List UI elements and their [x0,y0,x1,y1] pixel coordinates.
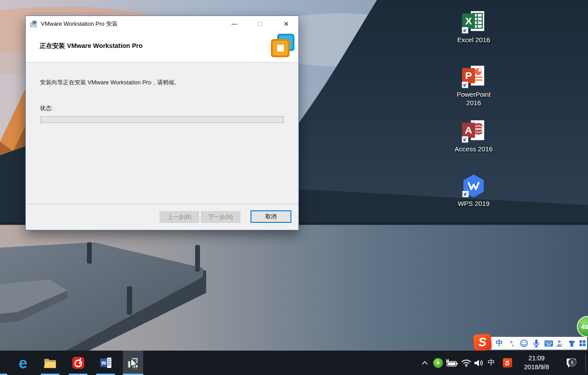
desktop-icon-label: Access 2016 [455,145,493,153]
taskbar-item-netease-music[interactable] [68,351,88,375]
install-status-sentence: 安装向导正在安装 VMware Workstation Pro，请稍候。 [40,79,180,87]
battery-icon [446,359,458,367]
tray-battery[interactable] [446,351,458,375]
action-center-button[interactable]: 6 [562,351,580,375]
microphone-icon [533,339,540,348]
tray-show-hidden-icons[interactable] [420,351,429,375]
file-explorer-icon [43,357,57,369]
taskbar-item-edge[interactable]: e [13,351,33,375]
desktop-icon-access-2016[interactable]: A Access 2016 [447,119,500,153]
sogou-emoji-button[interactable] [518,337,529,350]
sogou-punctuation-button[interactable]: °, [506,337,517,350]
desktop-icon-label: PowerPoint 2016 [457,90,491,107]
installer-dialog: VMware Workstation Pro 安装 — ✕ 正在安装 VMwar… [25,16,299,230]
desktop-icon-label: WPS 2019 [458,199,490,208]
desktop-icon-excel-2016[interactable]: X Excel 2016 [447,10,500,44]
access-icon: A [462,119,486,143]
sogou-tray-icon: S [503,358,512,367]
dialog-header: 正在安装 VMware Workstation Pro [26,32,298,63]
sogou-chinese-mode-button[interactable]: 中 [494,337,505,350]
desktop-icon-powerpoint-2016[interactable]: P PowerPoint 2016 [447,64,500,107]
sogou-keyboard-button[interactable] [543,337,554,350]
taskbar-item-file-explorer[interactable] [40,351,60,375]
dialog-heading: 正在安装 VMware Workstation Pro [39,42,143,50]
tray-network[interactable] [460,351,472,375]
minimize-button[interactable]: — [224,16,244,32]
installer-app-icon [30,20,38,28]
edge-icon: e [19,355,27,371]
powerpoint-icon: P [462,64,486,88]
netease-music-icon [72,356,85,369]
sogou-logo[interactable]: S [473,334,492,351]
word-icon: W [99,356,112,369]
svg-text:A: A [465,124,472,136]
maximize-icon [258,22,263,26]
svg-text:X: X [465,15,472,27]
wifi-icon [461,359,472,367]
ime-mode-glyph: 中 [488,358,495,367]
chevron-up-icon [421,361,428,365]
desktop: X Excel 2016 P PowerPoint 2016 [0,0,588,375]
excel-icon: X [462,10,486,34]
svg-text:P: P [465,70,472,81]
sogou-logo-letter: S [478,336,487,348]
maximize-button [250,16,270,32]
mouse-cursor [130,358,138,369]
footer-separator [26,204,298,204]
tray-volume[interactable] [473,351,485,375]
shirt-icon [568,339,576,347]
keyboard-icon [544,340,553,347]
speaker-icon [474,359,484,367]
taskbar: e [0,351,588,375]
sogou-account-button[interactable] [554,337,565,350]
tray-sogou[interactable]: S [502,351,512,375]
install-progress-bar [40,116,284,123]
360-safety-icon: + [433,358,443,368]
vmware-workstation-logo-icon [270,33,295,59]
speedup-percent: 48 [581,323,588,331]
status-label: 状态: [40,104,53,112]
desktop-icon-wps-2019[interactable]: WPS 2019 [447,174,500,208]
dialog-titlebar[interactable]: VMware Workstation Pro 安装 — ✕ [26,16,298,32]
sogou-skin-button[interactable] [566,337,577,350]
tray-input-indicator[interactable]: 中 [487,351,496,375]
emoji-icon [520,339,528,347]
notification-badge: 6 [568,358,576,367]
clock-date: 2018/9/8 [515,363,558,371]
dialog-title: VMware Workstation Pro 安装 [41,20,118,28]
grid-icon [579,339,586,347]
close-button[interactable]: ✕ [276,16,296,32]
desktop-icon-label: Excel 2016 [457,36,490,44]
svg-text:W: W [101,360,106,366]
sogou-voice-button[interactable] [531,337,541,350]
person-icon [556,339,564,347]
taskbar-clock[interactable]: 21:09 2018/9/8 [515,354,558,372]
show-desktop-divider[interactable] [585,354,586,372]
cancel-button[interactable]: 取消 [251,210,291,223]
next-button: 下一步(N) [201,211,240,223]
clock-time: 21:09 [515,354,558,363]
sogou-input-toolbar: 中 °, [487,337,587,350]
sogou-toolbox-button[interactable] [577,337,588,350]
wps-icon [462,174,486,197]
taskbar-item-word[interactable]: W [95,351,116,375]
tray-360-safety[interactable]: + [433,351,443,375]
back-button: 上一步(B) [160,211,199,223]
